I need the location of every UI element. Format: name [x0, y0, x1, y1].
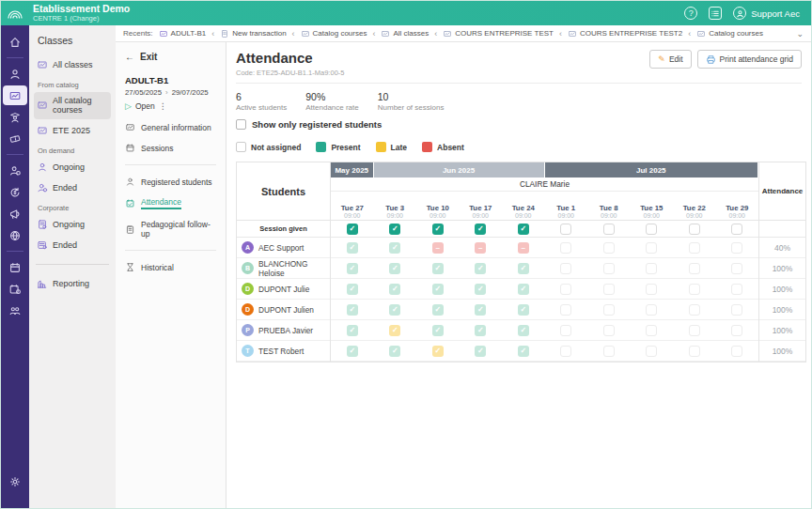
recent-item[interactable]: New transaction — [220, 29, 286, 39]
attendance-cell[interactable] — [673, 238, 716, 257]
sidebar-item-ongoing-corporate[interactable]: Ongoing — [34, 215, 111, 234]
refund-icon[interactable] — [3, 182, 27, 202]
attendance-cell[interactable]: ✓ — [331, 320, 374, 340]
sidebar-item-ete-2025[interactable]: ETE 2025 — [34, 121, 111, 140]
attendance-cell[interactable]: ✓ — [502, 300, 545, 319]
sidebar-item-all-classes[interactable]: All classes — [34, 55, 111, 74]
recent-item[interactable]: COURS ENTREPRISE TEST2 — [568, 29, 682, 39]
marketing-icon[interactable] — [3, 204, 27, 224]
kebab-menu-icon[interactable]: ⋮ — [159, 101, 167, 111]
attendance-cell[interactable] — [716, 258, 759, 278]
attendance-cell[interactable] — [631, 341, 674, 361]
session-given-cell[interactable] — [673, 221, 716, 237]
chevron-left-icon[interactable]: ‹ — [292, 29, 295, 39]
student-row[interactable]: DDUPONT Julien — [237, 300, 330, 320]
session-given-cell[interactable] — [716, 221, 759, 237]
session-given-cell[interactable]: ✓ — [331, 221, 374, 237]
attendance-cell[interactable] — [545, 279, 588, 299]
attendance-cell[interactable] — [545, 238, 588, 257]
attendance-cell[interactable] — [545, 300, 588, 319]
menu-item-historical[interactable]: Historical — [125, 262, 216, 272]
student-row[interactable]: PPRUEBA Javier — [237, 320, 330, 341]
attendance-cell[interactable] — [587, 258, 631, 278]
chevron-down-icon[interactable]: ⌄ — [796, 29, 804, 39]
attendance-cell[interactable] — [673, 258, 716, 278]
checkbox-icon[interactable] — [236, 119, 246, 130]
attendance-cell[interactable] — [545, 320, 588, 340]
attendance-cell[interactable]: ✓ — [374, 279, 417, 299]
sidebar-item-ongoing-demand[interactable]: Ongoing — [34, 158, 111, 177]
attendance-cell[interactable]: ✓ — [374, 258, 417, 278]
checklist-icon[interactable] — [709, 7, 722, 20]
attendance-cell[interactable] — [631, 258, 674, 278]
attendance-cell[interactable]: ✓ — [331, 279, 374, 299]
attendance-cell[interactable] — [587, 279, 631, 299]
chevron-left-icon[interactable]: ‹ — [688, 29, 691, 39]
recent-item[interactable]: COURS ENTREPRISE TEST — [443, 29, 554, 39]
attendance-cell[interactable]: ✓ — [502, 279, 545, 299]
student-badge-icon[interactable] — [3, 161, 27, 180]
attendance-cell[interactable]: ✓ — [460, 258, 503, 278]
calendar-icon[interactable] — [3, 257, 27, 277]
meetings-icon[interactable] — [3, 301, 27, 320]
attendance-cell[interactable]: ✓ — [331, 341, 374, 361]
chevron-left-icon[interactable]: ‹ — [372, 29, 375, 39]
recent-item[interactable]: Catalog courses — [696, 29, 763, 39]
attendance-cell[interactable]: ✓ — [331, 300, 374, 319]
attendance-cell[interactable]: – — [416, 238, 460, 257]
attendance-cell[interactable] — [545, 258, 588, 278]
attendance-cell[interactable] — [673, 320, 716, 340]
session-given-cell[interactable] — [545, 221, 588, 237]
edit-button[interactable]: ✎ Edit — [649, 50, 691, 69]
chevron-left-icon[interactable]: ‹ — [211, 29, 214, 39]
session-given-cell[interactable]: ✓ — [460, 221, 503, 237]
attendance-cell[interactable] — [716, 279, 759, 299]
sidebar-item-ended-demand[interactable]: Ended — [34, 178, 111, 197]
sidebar-item-all-catalog-courses[interactable]: All catalog courses — [34, 92, 111, 119]
attendance-cell[interactable] — [716, 320, 759, 340]
exit-button[interactable]: ← Exit — [125, 52, 216, 62]
settings-icon[interactable] — [3, 471, 27, 491]
show-only-registered-checkbox[interactable]: Show only registered students — [236, 119, 802, 130]
attendance-cell[interactable] — [545, 341, 588, 361]
attendance-cell[interactable]: ✓ — [502, 258, 545, 278]
org-center[interactable]: CENTRE 1 (Change) — [33, 15, 130, 23]
attendance-cell[interactable]: ✓ — [416, 300, 460, 319]
attendance-cell[interactable]: ✓ — [416, 279, 460, 299]
attendance-cell[interactable]: ✓ — [460, 341, 503, 361]
home-icon[interactable] — [3, 32, 27, 52]
attendance-cell[interactable] — [587, 300, 631, 319]
chevron-left-icon[interactable]: ‹ — [559, 29, 562, 39]
attendance-cell[interactable]: ✓ — [331, 238, 374, 257]
app-logo[interactable] — [1, 1, 29, 25]
attendance-cell[interactable] — [673, 300, 716, 319]
attendance-cell[interactable]: ✓ — [460, 320, 503, 340]
user-menu[interactable]: Support Aec — [733, 7, 800, 20]
recent-item[interactable]: ADULT-B1 — [159, 29, 207, 39]
recent-item[interactable]: Catalog courses — [301, 29, 367, 39]
attendance-cell[interactable] — [587, 238, 631, 257]
planning-icon[interactable] — [3, 279, 27, 299]
attendance-cell[interactable]: ✓ — [331, 258, 374, 278]
web-portal-icon[interactable] — [3, 225, 27, 245]
attendance-cell[interactable]: – — [502, 238, 545, 257]
menu-item-pedagogical-follow-up[interactable]: Pedagogical follow-up — [125, 220, 216, 239]
help-icon[interactable]: ? — [684, 7, 697, 20]
classes-icon[interactable] — [3, 85, 27, 105]
attendance-cell[interactable] — [716, 238, 759, 257]
menu-item-general-information[interactable]: General information — [125, 122, 216, 132]
attendance-cell[interactable] — [587, 341, 631, 361]
attendance-cell[interactable]: ✓ — [416, 341, 460, 361]
attendance-cell[interactable]: – — [460, 238, 503, 257]
sidebar-item-ended-corporate[interactable]: Ended — [34, 236, 111, 254]
student-row[interactable]: TTEST Robert — [237, 341, 330, 362]
menu-item-registered-students[interactable]: Registered students — [125, 177, 216, 187]
attendance-cell[interactable] — [716, 341, 759, 361]
print-attendance-grid-button[interactable]: Print attendance grid — [697, 50, 802, 69]
attendance-cell[interactable]: ✓ — [416, 320, 460, 340]
chevron-left-icon[interactable]: ‹ — [434, 29, 437, 39]
trainers-icon[interactable] — [3, 107, 27, 127]
voucher-icon[interactable] — [3, 129, 27, 148]
attendance-cell[interactable] — [673, 279, 716, 299]
student-row[interactable]: BBLANCHONG Heloise — [237, 258, 330, 279]
